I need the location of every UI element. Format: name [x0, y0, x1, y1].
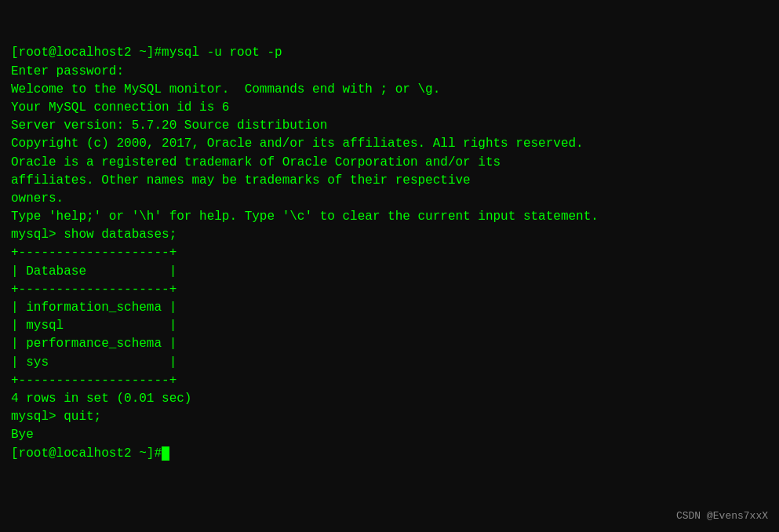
terminal-line: 4 rows in set (0.01 sec) [11, 390, 768, 408]
terminal-output: [root@localhost2 ~]#mysql -u root -pEnte… [11, 44, 768, 462]
terminal-line: Type 'help;' or '\h' for help. Type '\c'… [11, 208, 768, 226]
terminal-line: [root@localhost2 ~]# [11, 445, 768, 463]
terminal-line: Copyright (c) 2000, 2017, Oracle and/or … [11, 135, 768, 153]
terminal-line: Oracle is a registered trademark of Orac… [11, 154, 768, 172]
terminal-line: +--------------------+ [11, 372, 768, 390]
terminal-line: [root@localhost2 ~]#mysql -u root -p [11, 44, 768, 62]
terminal-line: | Database | [11, 263, 768, 281]
terminal-line: +--------------------+ [11, 244, 768, 262]
terminal-line: Enter password: [11, 63, 768, 81]
terminal-line: | performance_schema | [11, 335, 768, 353]
terminal-line: affiliates. Other names may be trademark… [11, 172, 768, 190]
terminal-cursor [162, 446, 169, 461]
terminal-line: Your MySQL connection id is 6 [11, 99, 768, 117]
terminal-line: Server version: 5.7.20 Source distributi… [11, 117, 768, 135]
terminal-line: mysql> quit; [11, 408, 768, 426]
terminal-line: | information_schema | [11, 299, 768, 317]
terminal-line: owners. [11, 190, 768, 208]
terminal-line: mysql> show databases; [11, 226, 768, 244]
terminal-line: +--------------------+ [11, 281, 768, 299]
terminal-line: | sys | [11, 354, 768, 372]
watermark: CSDN @Evens7xxX [676, 509, 768, 524]
terminal-line: Bye [11, 426, 768, 444]
terminal-line: | mysql | [11, 317, 768, 335]
terminal-line: Welcome to the MySQL monitor. Commands e… [11, 81, 768, 99]
terminal-window[interactable]: [root@localhost2 ~]#mysql -u root -pEnte… [0, 0, 779, 532]
